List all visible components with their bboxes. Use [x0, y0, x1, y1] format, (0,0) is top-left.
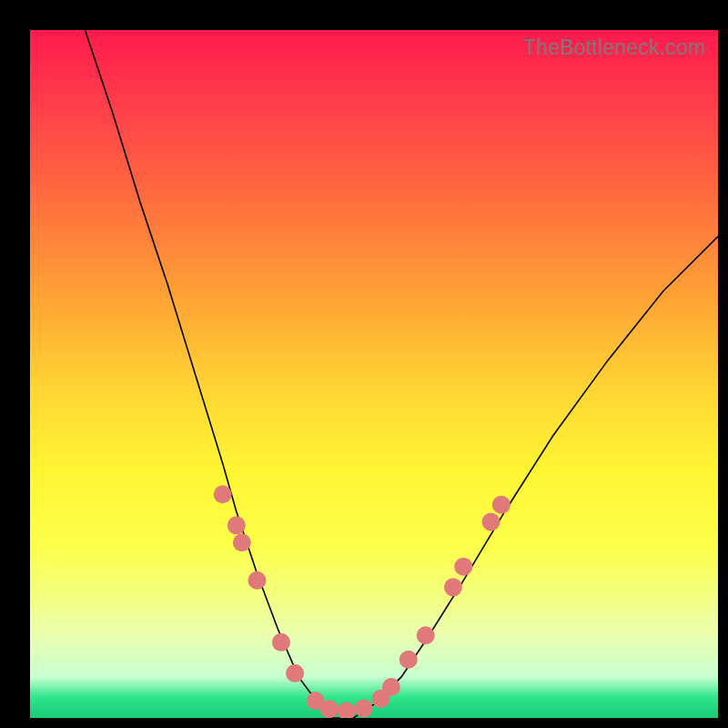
data-marker [248, 571, 266, 590]
data-marker [228, 516, 246, 534]
data-marker [338, 702, 356, 718]
data-marker [454, 558, 472, 576]
data-marker [482, 513, 500, 531]
data-marker [444, 578, 462, 596]
data-marker [286, 664, 304, 682]
data-marker [355, 699, 373, 717]
data-marker [382, 678, 400, 696]
chart-frame: TheBottleneck.com [0, 0, 728, 728]
data-marker [214, 485, 232, 503]
data-marker [417, 626, 435, 644]
data-marker [399, 651, 418, 669]
data-marker [492, 496, 511, 514]
data-marker [233, 533, 251, 551]
marker-layer [214, 485, 511, 718]
chart-plot-area: TheBottleneck.com [30, 30, 718, 718]
curve-layer [85, 30, 718, 718]
chart-svg [30, 30, 718, 718]
data-marker [272, 633, 290, 652]
bottleneck-curve [85, 30, 718, 718]
data-marker [320, 700, 339, 718]
